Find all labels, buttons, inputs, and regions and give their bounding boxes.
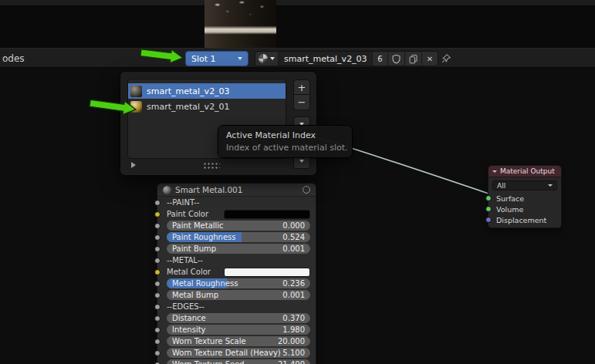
viewport-3d-strip	[0, 0, 595, 48]
remove-slot-button[interactable]: −	[293, 95, 310, 110]
node-input-label: --EDGES--	[167, 302, 205, 311]
blender-shader-editor[interactable]: odes Slot 1 smart_metal_v2_03 6	[0, 0, 595, 364]
node-input-label: Surface	[496, 194, 524, 203]
slider-metal-roughness[interactable]: Metal Roughness 0.236	[167, 278, 310, 288]
input-socket[interactable]	[154, 234, 161, 241]
node-input-row: Paint Bump 0.001	[157, 243, 316, 254]
input-socket[interactable]	[154, 246, 161, 252]
node-input-label: --METAL--	[167, 256, 203, 265]
material-slot-dropdown[interactable]: Slot 1	[185, 51, 248, 66]
slider-worn-texture-detail[interactable]: Worn Texture Detail (Heavy) 5.100	[167, 348, 310, 358]
material-slots-popover: smart_metal_v2_03 smart_metal_v2_01 + −	[120, 71, 317, 176]
editor-header-label: odes	[2, 53, 25, 64]
node-input-row: Surface	[489, 193, 561, 204]
material-slot-item[interactable]: smart_metal_v2_01	[128, 99, 286, 114]
slider-value: 0.236	[282, 279, 305, 288]
metal-color-swatch[interactable]	[224, 268, 310, 277]
slider-intensity[interactable]: Intensity 1.980	[167, 325, 310, 335]
material-slot-label: smart_metal_v2_01	[147, 102, 230, 112]
material-slot-label: smart_metal_v2_03	[147, 86, 230, 96]
surface-socket[interactable]	[485, 195, 492, 201]
unlink-material-button[interactable]: ✕	[422, 52, 438, 66]
input-socket[interactable]	[154, 281, 161, 287]
collapse-chevron-icon[interactable]	[492, 170, 497, 173]
node-input-row: Paint Color	[157, 208, 316, 220]
input-socket[interactable]	[154, 350, 161, 356]
slider-label: Distance	[172, 314, 206, 322]
slider-value: 0.001	[282, 244, 305, 253]
slider-label: Metal Roughness	[172, 279, 238, 288]
viewport-object-texture	[205, 0, 276, 48]
shield-icon	[391, 54, 401, 64]
node-title: Material Output	[500, 167, 555, 175]
input-socket[interactable]	[154, 315, 161, 322]
node-input-label: --PAINT--	[167, 198, 199, 207]
smart-metal-node-header[interactable]: Smart Metal.001	[157, 184, 316, 197]
material-name-field[interactable]: smart_metal_v2_03	[279, 52, 373, 66]
material-datablock-selector: smart_metal_v2_03 6 ✕	[255, 51, 438, 66]
material-preview-icon	[130, 101, 142, 113]
material-users-button[interactable]: 6	[373, 52, 388, 66]
drag-grip[interactable]	[203, 162, 220, 169]
material-output-header[interactable]: Material Output	[489, 166, 561, 177]
input-socket[interactable]	[154, 258, 161, 264]
pin-button[interactable]	[440, 52, 452, 65]
tooltip-title: Active Material Index	[226, 130, 344, 142]
volume-socket[interactable]	[485, 206, 492, 212]
input-socket[interactable]	[154, 223, 161, 229]
pin-icon	[441, 53, 451, 64]
input-socket[interactable]	[154, 211, 161, 217]
node-input-row: Metal Bump 0.001	[157, 289, 316, 301]
material-output-node[interactable]: Material Output All Surface Volume Displ…	[488, 165, 562, 228]
slider-worn-texture-seed[interactable]: Worn Texture Seed 21.400	[167, 359, 310, 364]
input-socket[interactable]	[154, 339, 161, 345]
slider-label: Intensity	[172, 325, 206, 334]
slider-value: 0.000	[282, 221, 305, 230]
chevron-down-icon	[270, 57, 275, 60]
node-input-row: Metal Roughness 0.236	[157, 278, 316, 289]
slider-metal-bump[interactable]: Metal Bump 0.001	[167, 290, 310, 300]
output-target-value: All	[497, 182, 505, 190]
node-input-label: Paint Color	[167, 210, 224, 218]
slider-worn-texture-scale[interactable]: Worn Texture Scale 20.000	[167, 336, 310, 346]
chevron-down-icon	[238, 57, 242, 60]
slider-label: Paint Bump	[172, 244, 216, 253]
node-input-row: Displacement	[489, 214, 561, 225]
slider-distance[interactable]: Distance 0.370	[167, 313, 310, 323]
slider-value: 1.980	[282, 325, 305, 334]
slider-paint-metallic[interactable]: Paint Metallic 0.000	[167, 221, 310, 231]
add-slot-button[interactable]: +	[293, 79, 310, 95]
slider-label: Worn Texture Scale	[172, 337, 246, 345]
panel-expand-icon[interactable]	[131, 162, 136, 168]
slider-paint-roughness[interactable]: Paint Roughness 0.524	[167, 232, 310, 242]
slider-label: Metal Bump	[172, 291, 218, 299]
input-socket[interactable]	[154, 269, 161, 275]
fake-user-ring-icon[interactable]	[303, 186, 310, 194]
node-input-row: Worn Texture Detail (Heavy) 5.100	[157, 347, 316, 359]
input-socket[interactable]	[154, 327, 161, 333]
input-socket[interactable]	[154, 304, 161, 310]
material-preview-icon	[163, 186, 171, 194]
tooltip-subtitle: Index of active material slot.	[226, 142, 344, 154]
material-slot-item[interactable]: smart_metal_v2_03	[128, 83, 286, 99]
smart-metal-node[interactable]: Smart Metal.001 --PAINT-- Paint Color Pa…	[157, 183, 316, 364]
output-target-dropdown[interactable]: All	[492, 180, 557, 190]
node-input-row: Intensity 1.980	[157, 324, 316, 335]
new-material-button[interactable]	[405, 52, 422, 66]
slider-value: 0.001	[282, 291, 305, 299]
node-input-label: Displacement	[496, 216, 546, 224]
input-socket[interactable]	[154, 292, 161, 298]
input-socket[interactable]	[154, 200, 161, 206]
input-socket[interactable]	[154, 362, 161, 364]
fake-user-button[interactable]	[388, 52, 405, 66]
browse-material-button[interactable]	[255, 52, 279, 66]
displacement-socket[interactable]	[485, 217, 492, 223]
paint-color-swatch[interactable]	[224, 210, 310, 219]
slot-button-label: Slot 1	[191, 54, 238, 64]
slider-paint-bump[interactable]: Paint Bump 0.001	[167, 244, 310, 254]
viewport-top-edge	[0, 0, 595, 6]
material-name-text: smart_metal_v2_03	[284, 54, 367, 64]
slider-label: Worn Texture Seed	[172, 360, 245, 364]
slider-label: Paint Metallic	[172, 221, 224, 230]
chevron-down-icon	[548, 184, 553, 187]
